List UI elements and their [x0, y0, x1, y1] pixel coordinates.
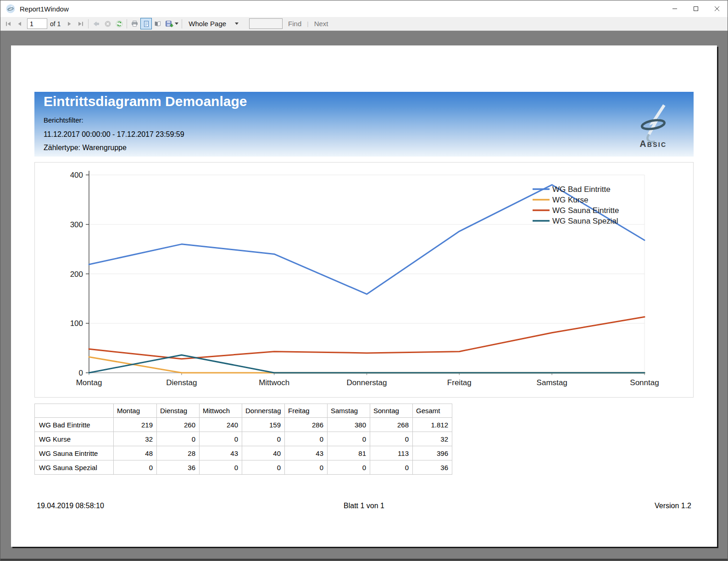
table-header-cell: Samstag — [328, 404, 370, 418]
report-viewport: Eintrittsdiagramm Demoanlage Berichtsfil… — [0, 31, 728, 561]
print-button[interactable] — [129, 18, 140, 29]
stop-icon — [104, 20, 111, 28]
refresh-button[interactable] — [113, 18, 125, 29]
value-cell: 32 — [114, 432, 157, 446]
last-page-icon — [77, 20, 84, 28]
minimize-button[interactable] — [664, 0, 685, 17]
zoom-caret-button[interactable] — [233, 18, 241, 29]
page-number-input[interactable] — [27, 18, 47, 29]
value-cell: 159 — [242, 418, 285, 432]
find-text-input[interactable] — [249, 18, 283, 29]
page-setup-button[interactable] — [152, 18, 163, 29]
svg-text:300: 300 — [70, 220, 83, 229]
window-border — [0, 559, 728, 561]
chart-panel: 0100200300400MontagDienstagMittwochDonne… — [34, 162, 694, 398]
value-cell: 0 — [370, 460, 413, 475]
back-button[interactable] — [90, 18, 102, 29]
value-cell: 113 — [370, 446, 413, 460]
row-label-cell: WG Sauna Eintritte — [35, 446, 114, 460]
value-cell: 396 — [413, 446, 452, 460]
value-cell: 0 — [328, 460, 370, 475]
toolbar-separator — [127, 19, 127, 28]
svg-text:400: 400 — [70, 171, 83, 180]
export-caret-icon — [175, 22, 178, 25]
value-cell: 0 — [242, 432, 285, 446]
table-row: WG Sauna Eintritte482843404381113396 — [35, 446, 452, 460]
svg-text:Donnerstag: Donnerstag — [347, 378, 387, 387]
table-header-cell: Sonntag — [370, 404, 413, 418]
print-layout-button[interactable] — [140, 18, 152, 29]
value-cell: 32 — [413, 432, 452, 446]
value-cell: 219 — [114, 418, 157, 432]
svg-text:WG Bad Eintritte: WG Bad Eintritte — [552, 185, 611, 194]
first-page-button[interactable] — [2, 18, 14, 29]
table-header-cell: Freitag — [285, 404, 328, 418]
svg-text:WG Sauna Eintritte: WG Sauna Eintritte — [552, 206, 619, 215]
table-row: WG Bad Eintritte2192602401592863802681.8… — [35, 418, 452, 432]
value-cell: 0 — [114, 460, 157, 475]
last-page-button[interactable] — [75, 18, 86, 29]
row-label-cell: WG Kurse — [35, 432, 114, 446]
previous-page-icon — [16, 20, 23, 28]
close-button[interactable] — [706, 0, 728, 17]
svg-text:Freitag: Freitag — [447, 378, 472, 387]
value-cell: 43 — [285, 446, 328, 460]
svg-text:WG Kurse: WG Kurse — [552, 196, 588, 204]
report-date-range: 11.12.2017 00:00:00 - 17.12.2017 23:59:5… — [44, 130, 184, 139]
report-header-banner: Eintrittsdiagramm Demoanlage Berichtsfil… — [34, 92, 694, 157]
page-count-label: of 1 — [50, 20, 61, 28]
footer-version-label: Version 1.2 — [655, 502, 691, 510]
svg-text:WG Sauna Spezial: WG Sauna Spezial — [552, 217, 618, 225]
table-header-cell — [35, 404, 114, 418]
window-title: Report1Window — [20, 5, 69, 13]
report-viewer-window: Report1Window of 1 — [0, 0, 728, 561]
next-page-button[interactable] — [63, 18, 75, 29]
table-header-cell: Dienstag — [157, 404, 200, 418]
logo-text: Absic — [640, 139, 667, 149]
svg-text:100: 100 — [70, 319, 83, 328]
svg-text:Samstag: Samstag — [537, 378, 567, 387]
report-counter-type: Zählertype: Warengruppe — [44, 144, 127, 152]
row-label-cell: WG Bad Eintritte — [35, 418, 114, 432]
value-cell: 0 — [157, 432, 200, 446]
entries-line-chart: 0100200300400MontagDienstagMittwochDonne… — [35, 163, 693, 397]
find-next-button[interactable]: Next — [314, 20, 328, 28]
export-save-icon — [165, 20, 174, 28]
value-cell: 268 — [370, 418, 413, 432]
absic-logo: Absic — [632, 104, 674, 150]
svg-text:Sonntag: Sonntag — [630, 378, 659, 387]
export-button[interactable] — [163, 18, 180, 29]
table-row: WG Kurse3200000032 — [35, 432, 452, 446]
find-button[interactable]: Find — [288, 20, 301, 28]
value-cell: 48 — [114, 446, 157, 460]
value-cell: 40 — [242, 446, 285, 460]
zoom-select[interactable]: Whole Page — [184, 18, 243, 29]
maximize-button[interactable] — [685, 0, 706, 17]
value-cell: 43 — [200, 446, 242, 460]
svg-text:Mittwoch: Mittwoch — [259, 378, 289, 387]
stop-button[interactable] — [102, 18, 113, 29]
close-icon — [714, 6, 720, 11]
footer-sheet-label: Blatt 1 von 1 — [34, 502, 694, 510]
value-cell: 0 — [200, 460, 242, 475]
value-cell: 0 — [200, 432, 242, 446]
table-header-cell: Montag — [114, 404, 157, 418]
maximize-icon — [693, 6, 699, 11]
value-cell: 0 — [242, 460, 285, 475]
svg-text:0: 0 — [79, 369, 83, 377]
svg-text:Montag: Montag — [76, 378, 102, 387]
report-toolbar: of 1 — [0, 17, 728, 31]
window-controls — [664, 0, 728, 17]
value-cell: 0 — [328, 432, 370, 446]
value-cell: 260 — [157, 418, 200, 432]
value-cell: 81 — [328, 446, 370, 460]
value-cell: 380 — [328, 418, 370, 432]
value-cell: 0 — [285, 432, 328, 446]
previous-page-button[interactable] — [14, 18, 25, 29]
toolbar-separator — [182, 19, 182, 28]
toolbar-separator — [88, 19, 89, 28]
printer-icon — [131, 20, 139, 28]
value-cell: 1.812 — [413, 418, 452, 432]
table-header-cell: Donnerstag — [242, 404, 285, 418]
summary-table: MontagDienstagMittwochDonnerstagFreitagS… — [34, 404, 452, 475]
